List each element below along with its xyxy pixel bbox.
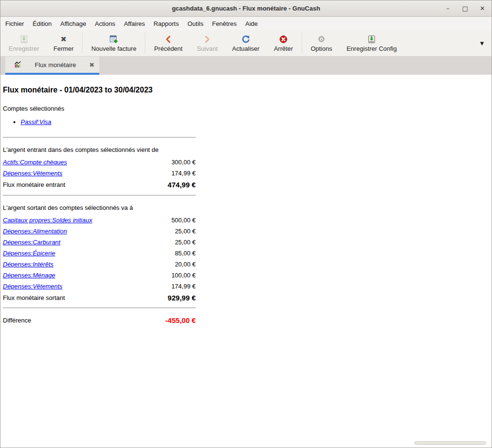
toolbar-button-label: Actualiser [232, 45, 259, 52]
menu-affichage[interactable]: Affichage [56, 18, 91, 30]
maximize-icon[interactable]: □ [460, 5, 470, 12]
inflow-total-row: Flux monétaire entrant 474,99 € [3, 179, 196, 191]
save-button: Enregistrer [1, 30, 47, 56]
divider [3, 195, 196, 195]
toolbar-button-label: Suivant [197, 45, 218, 52]
account-link-depenses-interets[interactable]: Dépenses:Intérêts [3, 261, 54, 268]
toolbar-button-label: Précédent [154, 45, 182, 52]
outflow-total-row: Flux monétaire sortant 929,99 € [3, 292, 196, 304]
amount: 174,99 € [171, 170, 196, 177]
back-button[interactable]: Précédent [147, 30, 189, 56]
window-title: gcashdata_6.gnucash - Flux monétaire - G… [172, 5, 320, 12]
account-link-depenses-vetements[interactable]: Dépenses:Vêtements [3, 170, 62, 177]
account-link-depenses-vetements[interactable]: Dépenses:Vêtements [3, 283, 62, 290]
toolbar-overflow-caret-icon[interactable]: ▼ [473, 38, 491, 49]
tab-label: Flux monétaire [25, 61, 85, 69]
forward-button: Suivant [190, 30, 225, 56]
save-config-icon [367, 34, 376, 44]
minimize-icon[interactable]: – [443, 5, 453, 12]
menu-fenetres[interactable]: Fenêtres [208, 18, 241, 30]
menu-actions[interactable]: Actions [91, 18, 120, 30]
menu-aide[interactable]: Aide [241, 18, 262, 30]
tabstrip: Flux monétaire ✖ [0, 57, 492, 75]
account-link-capitaux-propres-soldes-initiaux[interactable]: Capitaux propres:Soldes initiaux [3, 217, 92, 224]
toolbar-separator [82, 33, 82, 54]
account-link-depenses-menage[interactable]: Dépenses:Ménage [3, 272, 55, 279]
inflow-table: Actifs:Compte chèques 300,00 € Dépenses:… [3, 157, 196, 191]
menu-fichier[interactable]: Fichier [1, 18, 28, 30]
difference-amount: -455,00 € [165, 316, 196, 324]
close-tab-button[interactable]: ✖ Fermer [47, 30, 81, 56]
table-row: Actifs:Compte chèques 300,00 € [3, 157, 196, 168]
report-view: Flux monétaire - 01/04/2023 to 30/04/202… [0, 75, 492, 448]
report-title: Flux monétaire - 01/04/2023 to 30/04/202… [3, 86, 196, 94]
divider [3, 137, 196, 138]
menu-rapports[interactable]: Rapports [149, 18, 183, 30]
amount: 85,00 € [175, 250, 196, 257]
save-icon [19, 34, 29, 44]
back-icon [164, 34, 173, 44]
amount: 174,99 € [171, 283, 196, 290]
selected-accounts-list: Passif:Visa [3, 119, 196, 126]
toolbar-button-label: Fermer [54, 45, 74, 52]
amount: 500,00 € [171, 217, 196, 224]
outflow-heading: L'argent sortant des comptes sélectionné… [3, 204, 196, 212]
table-row: Dépenses:Épicerie 85,00 € [3, 248, 196, 259]
inflow-heading: L'argent entrant dans des comptes sélect… [3, 146, 196, 154]
refresh-icon [241, 34, 250, 44]
report-chart-icon [14, 61, 22, 69]
table-row: Dépenses:Carburant 25,00 € [3, 237, 196, 248]
toolbar-button-label: Options [311, 45, 332, 52]
table-row: Dépenses:Vêtements 174,99 € [3, 168, 196, 179]
amount: 25,00 € [175, 239, 196, 246]
toolbar: Enregistrer ✖ Fermer Nouvelle facture [0, 30, 492, 57]
stop-button[interactable]: Arrêter [267, 30, 300, 56]
refresh-button[interactable]: Actualiser [225, 30, 267, 56]
account-link-depenses-alimentation[interactable]: Dépenses:Alimentation [3, 228, 67, 235]
save-config-button[interactable]: Enregistrer Config [340, 30, 404, 56]
window-controls: – □ ✕ [443, 0, 488, 16]
close-x-icon: ✖ [60, 34, 67, 44]
amount: 300,00 € [171, 159, 196, 166]
toolbar-separator [302, 33, 302, 54]
account-link-passif-visa[interactable]: Passif:Visa [21, 118, 51, 126]
menu-outils[interactable]: Outils [183, 18, 208, 30]
forward-icon [203, 34, 211, 44]
toolbar-separator [145, 33, 145, 54]
list-item: Passif:Visa [21, 119, 196, 126]
account-link-depenses-carburant[interactable]: Dépenses:Carburant [3, 239, 60, 246]
close-icon[interactable]: ✕ [477, 5, 488, 12]
inflow-total-label: Flux monétaire entrant [3, 181, 65, 188]
menu-affaires[interactable]: Affaires [119, 18, 149, 30]
difference-row: Différence -455,00 € [3, 314, 196, 326]
amount: 100,00 € [171, 272, 196, 279]
difference-label: Différence [3, 317, 31, 324]
new-invoice-icon [109, 34, 118, 44]
table-row: Dépenses:Ménage 100,00 € [3, 270, 196, 281]
table-row: Capitaux propres:Soldes initiaux 500,00 … [3, 215, 196, 226]
tab-flux-monetaire[interactable]: Flux monétaire ✖ [5, 57, 99, 75]
options-button[interactable]: ⚙ Options [304, 30, 340, 56]
cash-flow-report: Flux monétaire - 01/04/2023 to 30/04/202… [3, 86, 196, 326]
progress-bar [414, 441, 486, 445]
account-link-depenses-epicerie[interactable]: Dépenses:Épicerie [3, 250, 55, 257]
selected-accounts-label: Comptes sélectionnés [3, 105, 196, 112]
stop-icon [279, 34, 288, 44]
titlebar[interactable]: gcashdata_6.gnucash - Flux monétaire - G… [0, 0, 492, 17]
inflow-total-amount: 474,99 € [168, 181, 196, 189]
outflow-total-label: Flux monétaire sortant [3, 294, 65, 301]
amount: 20,00 € [175, 261, 196, 268]
new-invoice-button[interactable]: Nouvelle facture [84, 30, 143, 56]
gnucash-window: gcashdata_6.gnucash - Flux monétaire - G… [0, 0, 492, 448]
outflow-total-amount: 929,99 € [168, 294, 196, 302]
menu-edition[interactable]: Édition [28, 18, 56, 30]
outflow-table: Capitaux propres:Soldes initiaux 500,00 … [3, 215, 196, 304]
account-link-actifs-compte-cheques[interactable]: Actifs:Compte chèques [3, 159, 67, 166]
menubar: Fichier Édition Affichage Actions Affair… [0, 17, 492, 30]
toolbar-button-label: Nouvelle facture [91, 45, 136, 52]
tab-close-icon[interactable]: ✖ [89, 61, 94, 69]
toolbar-button-label: Arrêter [274, 45, 293, 52]
table-row: Dépenses:Intérêts 20,00 € [3, 259, 196, 270]
toolbar-button-label: Enregistrer Config [347, 45, 397, 52]
table-row: Dépenses:Vêtements 174,99 € [3, 281, 196, 292]
